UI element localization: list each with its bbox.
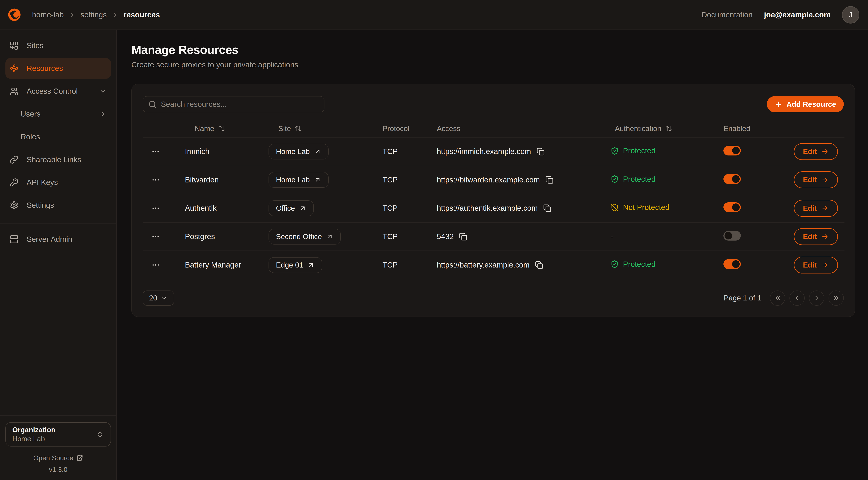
organization-label: Organization xyxy=(12,426,55,434)
resource-name: Immich xyxy=(185,147,209,156)
site-link-button[interactable]: Second Office xyxy=(269,229,341,244)
chevron-left-icon xyxy=(794,295,801,302)
resource-protocol: TCP xyxy=(382,232,398,241)
pangolin-logo-icon[interactable] xyxy=(7,7,22,22)
row-menu-button[interactable] xyxy=(151,176,160,184)
sidebar-item-shareable-links[interactable]: Shareable Links xyxy=(5,149,111,170)
copy-button[interactable] xyxy=(546,176,554,184)
sidebar-item-api-keys[interactable]: API Keys xyxy=(5,172,111,193)
access-control-icon xyxy=(10,87,24,96)
edit-button[interactable]: Edit xyxy=(794,171,838,188)
ellipsis-icon xyxy=(151,147,160,156)
chevron-right-icon xyxy=(112,11,119,18)
breadcrumb-resources[interactable]: resources xyxy=(124,10,160,19)
add-resource-button[interactable]: Add Resource xyxy=(767,96,844,112)
column-header-enabled: Enabled xyxy=(715,120,781,138)
site-link-button[interactable]: Office xyxy=(269,200,314,216)
copy-icon xyxy=(543,204,551,212)
resources-icon xyxy=(10,64,24,73)
shield-check-icon xyxy=(611,175,619,183)
site-link-button[interactable]: Edge 01 xyxy=(269,257,322,273)
arrow-up-right-icon xyxy=(308,262,315,269)
row-menu-button[interactable] xyxy=(151,204,160,212)
key-icon xyxy=(10,178,24,187)
sidebar-item-server-admin[interactable]: Server Admin xyxy=(5,229,111,249)
sidebar-item-settings[interactable]: Settings xyxy=(5,195,111,216)
breadcrumb-settings[interactable]: settings xyxy=(81,10,107,19)
enabled-toggle[interactable] xyxy=(723,231,741,241)
enabled-toggle[interactable] xyxy=(723,174,741,184)
chevron-down-icon xyxy=(161,295,167,301)
sidebar-item-access-control[interactable]: Access Control xyxy=(5,81,111,101)
documentation-link[interactable]: Documentation xyxy=(702,10,753,19)
edit-button[interactable]: Edit xyxy=(794,143,838,160)
sidebar-item-roles[interactable]: Roles xyxy=(5,126,111,147)
edit-button[interactable]: Edit xyxy=(794,200,838,217)
resource-protocol: TCP xyxy=(382,176,398,184)
arrow-up-right-icon xyxy=(314,148,321,155)
resource-name: Postgres xyxy=(185,232,215,241)
version-label: v1.3.0 xyxy=(5,466,111,474)
card-footer: 20 Page 1 of 1 xyxy=(143,291,844,306)
prev-page-button[interactable] xyxy=(789,291,805,306)
sidebar-item-users[interactable]: Users xyxy=(5,104,111,124)
enabled-toggle[interactable] xyxy=(723,259,741,269)
first-page-button[interactable] xyxy=(770,291,785,306)
chevron-right-icon xyxy=(69,11,75,18)
column-header-name[interactable]: Name xyxy=(176,120,260,138)
edit-button[interactable]: Edit xyxy=(794,257,838,273)
resource-access: 5432 xyxy=(437,232,454,241)
enabled-toggle[interactable] xyxy=(723,202,741,212)
user-email[interactable]: joe@example.com xyxy=(764,10,831,19)
site-link-button[interactable]: Home Lab xyxy=(269,144,329,159)
row-menu-button[interactable] xyxy=(151,147,160,156)
table-row: Battery Manager Edge 01 TCP https://batt… xyxy=(143,251,844,279)
next-page-button[interactable] xyxy=(809,291,824,306)
resource-name: Battery Manager xyxy=(185,261,241,269)
open-source-link[interactable]: Open Source xyxy=(5,454,111,462)
search-input[interactable] xyxy=(161,100,319,109)
table-header-row: Name Site Protocol Access Authentication… xyxy=(143,120,844,138)
resource-protocol: TCP xyxy=(382,261,398,269)
main-content: Manage Resources Create secure proxies t… xyxy=(117,30,868,480)
page-info: Page 1 of 1 xyxy=(724,294,761,302)
organization-name: Home Lab xyxy=(12,435,55,443)
copy-button[interactable] xyxy=(535,261,543,269)
plus-icon xyxy=(774,100,783,109)
last-page-button[interactable] xyxy=(829,291,844,306)
copy-icon xyxy=(535,261,543,269)
arrow-up-right-icon xyxy=(314,176,321,183)
resource-protocol: TCP xyxy=(382,147,398,156)
organization-selector[interactable]: Organization Home Lab xyxy=(5,422,111,447)
row-menu-button[interactable] xyxy=(151,261,160,269)
external-link-icon xyxy=(76,455,83,461)
enabled-toggle[interactable] xyxy=(723,146,741,155)
sidebar-item-sites[interactable]: Sites xyxy=(5,35,111,56)
breadcrumb-home-lab[interactable]: home-lab xyxy=(32,10,64,19)
arrow-right-icon xyxy=(821,204,829,212)
resource-access: https://battery.example.com xyxy=(437,261,530,269)
copy-button[interactable] xyxy=(543,204,551,212)
sites-icon xyxy=(10,41,24,50)
card-toolbar: Add Resource xyxy=(143,96,844,112)
chevrons-left-icon xyxy=(774,295,781,302)
avatar[interactable]: J xyxy=(842,6,859,24)
column-header-site[interactable]: Site xyxy=(260,120,374,138)
auth-status: Protected xyxy=(611,260,656,269)
resource-access: https://immich.example.com xyxy=(437,147,531,156)
site-link-button[interactable]: Home Lab xyxy=(269,172,329,188)
shield-check-icon xyxy=(611,147,619,155)
resources-table: Name Site Protocol Access Authentication… xyxy=(143,120,844,279)
sidebar-item-resources[interactable]: Resources xyxy=(5,58,111,79)
edit-button[interactable]: Edit xyxy=(794,228,838,245)
auth-status: Protected xyxy=(611,175,656,183)
page-size-select[interactable]: 20 xyxy=(143,291,174,306)
copy-icon xyxy=(546,176,554,184)
row-menu-button[interactable] xyxy=(151,232,160,241)
copy-button[interactable] xyxy=(459,233,467,241)
shield-check-icon xyxy=(611,260,619,268)
copy-button[interactable] xyxy=(536,148,545,156)
arrow-right-icon xyxy=(821,148,829,155)
column-header-authentication[interactable]: Authentication xyxy=(602,120,715,138)
resource-access: https://authentik.example.com xyxy=(437,204,538,212)
